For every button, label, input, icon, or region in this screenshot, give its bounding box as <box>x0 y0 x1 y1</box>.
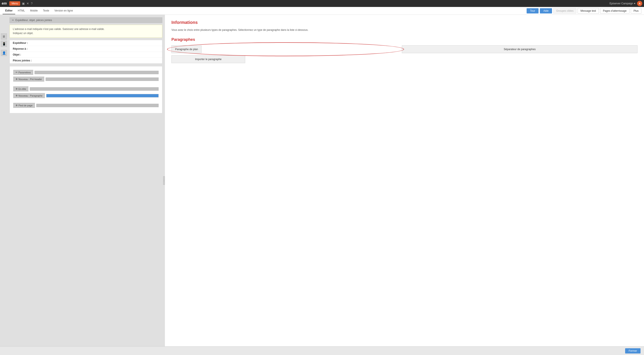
label-reponse: Réponse à : <box>13 47 32 50</box>
entete-label: En-tête <box>18 88 26 90</box>
section-entete: ⊕ En-tête <box>13 86 158 91</box>
avatar[interactable]: A <box>637 1 642 6</box>
help-icon[interactable]: ? <box>31 2 32 5</box>
tour-button[interactable]: Tour <box>526 8 538 14</box>
mobile-view-icon[interactable]: 📱 <box>1 41 7 47</box>
label-expediteur: Expéditeur : <box>13 42 32 44</box>
toolbar-buttons: Tour Aide Groupes cibles Message test Pa… <box>526 8 642 14</box>
pied-label: Pied de page <box>18 104 32 107</box>
tab-editer[interactable]: Éditer <box>2 8 15 14</box>
info-text: Vous avez le choix entre plusieurs types… <box>172 28 638 32</box>
paragraphe-bar <box>46 94 158 98</box>
plus-circle-icon: ⊕ <box>16 94 18 97</box>
campaign-selector[interactable]: Episerver Campaign ▾ <box>610 2 635 5</box>
form-row-expediteur: Expéditeur : <box>10 40 162 46</box>
tab-mobile[interactable]: Mobile <box>28 8 40 14</box>
sender-bar-label: Expéditeur, objet, pièces jointes <box>16 19 52 22</box>
entete-bar <box>30 87 158 91</box>
app-logo: em <box>2 2 7 6</box>
plus-circle-icon: ⊕ <box>16 104 18 107</box>
preheader-label: Nouveau : Pré-header <box>18 78 42 80</box>
separateur-button[interactable]: Séparateur de paragraphes <box>402 45 638 53</box>
paragraph-row-2: Importer le paragraphe <box>172 55 638 63</box>
form-row-objet: Objet : <box>10 52 162 58</box>
edit-icon: ✏ <box>12 19 14 22</box>
message-test-button[interactable]: Message test <box>578 8 599 14</box>
fermer-button[interactable]: Fermer <box>625 348 640 354</box>
section-pied: ⊕ Pied de page <box>13 103 158 108</box>
groupes-cibles-button: Groupes cibles <box>553 8 576 14</box>
paragraphe-label: Nouveau : Paragraphe <box>18 94 42 97</box>
left-panel: 🖥 📱 👤 ✏ Expéditeur, objet, pièces jointe… <box>0 15 165 346</box>
preheader-button[interactable]: ⊕ Nouveau : Pré-header <box>13 76 44 82</box>
paragraphe-plan-wrapper: Paragraphe de plan <box>172 45 400 53</box>
right-panel: Informations Vous avez le choix entre pl… <box>165 15 644 346</box>
preheader-bar <box>46 78 158 81</box>
sender-bar[interactable]: ✏ Expéditeur, objet, pièces jointes <box>10 17 162 23</box>
dropdown-arrow-icon: ▾ <box>634 2 635 5</box>
pied-bar <box>36 104 158 107</box>
aide-button[interactable]: Aide <box>540 8 552 14</box>
close-icon[interactable]: ✕ <box>26 2 29 5</box>
desktop-view-icon[interactable]: 🖥 <box>1 34 7 40</box>
tab-version-en-ligne[interactable]: Version en ligne <box>52 8 76 14</box>
section-paragraphe: ⊕ Nouveau : Paragraphe <box>13 93 158 98</box>
parametres-button[interactable]: ✏ Paramètres <box>13 70 33 75</box>
plus-circle-icon: ⊕ <box>16 78 18 80</box>
menu-button[interactable]: Menu <box>9 1 20 6</box>
section-parametres: ✏ Paramètres <box>13 70 158 75</box>
label-objet: Objet : <box>13 53 32 56</box>
form-row-reponse: Réponse à : <box>10 46 162 52</box>
ellipse-overlay: Paragraphe de plan <box>172 45 400 53</box>
paragraphe-button[interactable]: ⊕ Nouveau : Paragraphe <box>13 93 45 98</box>
resize-handle[interactable]: ⋮ <box>163 176 165 185</box>
section-preheader: ⊕ Nouveau : Pré-header <box>13 76 158 82</box>
layout-icon[interactable]: ▣ <box>22 2 25 5</box>
label-pieces: Pièces jointes : <box>13 59 32 62</box>
warning-line2: Indiquez un objet. <box>13 31 159 35</box>
warning-box: L'adresse e-mail indiquée n'est pas vali… <box>10 25 162 38</box>
entete-button[interactable]: ⊕ En-tête <box>13 86 28 91</box>
tabs-bar: Éditer HTML Mobile Texte Version en lign… <box>0 7 644 15</box>
plus-button[interactable]: Plus <box>631 8 642 14</box>
editor-area: ✏ Paramètres ⊕ Nouveau : Pré-header <box>10 66 162 113</box>
warning-line1: L'adresse e-mail indiquée n'est pas vali… <box>13 27 159 31</box>
main-content: 🖥 📱 👤 ✏ Expéditeur, objet, pièces jointe… <box>0 15 644 346</box>
plus-circle-icon: ⊕ <box>16 88 18 90</box>
paragraph-buttons: Paragraphe de plan Séparateur de paragra… <box>172 45 638 63</box>
paragraph-row-1: Paragraphe de plan Séparateur de paragra… <box>172 45 638 53</box>
campaign-label: Episerver Campaign <box>610 2 633 5</box>
importer-button[interactable]: Importer le paragraphe <box>172 55 245 63</box>
bottom-bar: Fermer <box>0 346 644 355</box>
edit-icon: ✏ <box>16 71 18 74</box>
paragraphs-title: Paragraphes <box>172 37 638 42</box>
pied-button[interactable]: ⊕ Pied de page <box>13 103 35 108</box>
parametres-label: Paramètres <box>18 71 31 74</box>
tab-texte[interactable]: Texte <box>40 8 52 14</box>
user-icon[interactable]: 👤 <box>1 50 7 56</box>
paragraphe-plan-button[interactable]: Paragraphe de plan <box>172 45 202 53</box>
pages-atterrissage-button[interactable]: Pages d'atterrissage <box>600 8 630 14</box>
form-row-pieces: Pièces jointes : <box>10 58 162 63</box>
tab-html[interactable]: HTML <box>15 8 28 14</box>
parametres-bar <box>34 71 158 74</box>
top-bar: em Menu ▣ ✕ ? Episerver Campaign ▾ A <box>0 0 644 7</box>
info-title: Informations <box>172 20 638 25</box>
form-section: Expéditeur : Réponse à : Objet : Pièces … <box>10 40 162 64</box>
